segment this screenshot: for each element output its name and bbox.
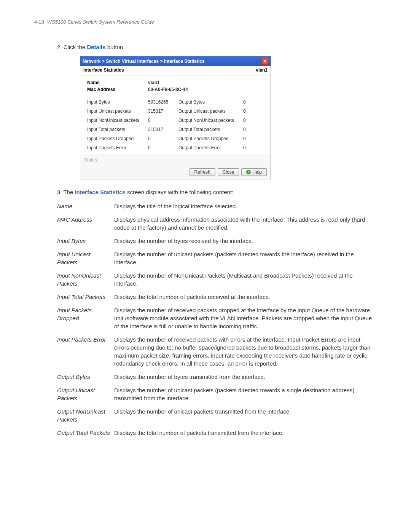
stat-output-value: 0 <box>243 118 258 123</box>
stat-input-value: 0 <box>148 145 178 150</box>
doc-title: WS5100 Series Switch System Reference Gu… <box>47 19 154 25</box>
stat-input-label: Input Bytes <box>87 99 148 105</box>
stat-output-value: 0 <box>243 136 258 141</box>
stat-output-label: Output Unicast packets <box>178 109 243 114</box>
stats-grid: Input Bytes59316265Output Bytes0Input Un… <box>87 97 264 152</box>
stat-input-value: 59316265 <box>148 99 178 105</box>
definition-description: Displays the number of bytes transmitted… <box>114 373 377 381</box>
definition-row: Input Total PacketsDisplays the total nu… <box>57 293 377 301</box>
stat-output-value: 0 <box>243 99 258 105</box>
definition-row: Output BytesDisplays the number of bytes… <box>57 373 377 381</box>
page-number: 4-18 <box>34 19 44 25</box>
stats-row: Input Packets Dropped0Output Packets Dro… <box>87 134 264 143</box>
stat-output-value: 0 <box>243 127 258 132</box>
details-keyword: Details <box>87 44 105 50</box>
dialog-subheader: Interface Statistics vlan1 <box>80 66 271 75</box>
definition-description: Displays the title of the logical interf… <box>114 202 377 210</box>
definition-row: Input NonUnicast PacketsDisplays the num… <box>57 272 377 288</box>
stat-input-label: Input Packets Error <box>87 145 148 150</box>
close-icon[interactable]: × <box>261 58 268 65</box>
step-2: 2. Click the Details button. <box>57 44 377 50</box>
mac-label: Mac Address <box>87 87 148 92</box>
definition-row: Input BytesDisplays the number of bytes … <box>57 237 377 245</box>
definition-row: MAC AddressDisplays physical address inf… <box>57 216 377 232</box>
definition-row: Output Total PacketsDisplays the total n… <box>57 429 377 437</box>
definition-term: Name <box>57 202 114 210</box>
step-3: 3. The Interface Statistics screen displ… <box>57 189 377 195</box>
stat-input-label: Input Total packets <box>87 127 148 132</box>
stat-output-value: 0 <box>243 145 258 150</box>
name-label: Name <box>87 80 148 85</box>
definition-row: Output NonUnicast PacketsDisplays the nu… <box>57 407 377 423</box>
definition-term: Input Unicast Packets <box>57 250 114 266</box>
stat-output-label: Output NonUnicast packets <box>178 118 243 123</box>
definition-term: Input Packets Error <box>57 335 114 367</box>
stat-input-label: Input NonUnicast packets <box>87 118 148 123</box>
definition-description: Displays the number of unicast packets t… <box>114 407 377 423</box>
page-header: 4-18 WS5100 Series Switch System Referen… <box>34 19 377 25</box>
stat-input-label: Input Unicast packets <box>87 109 148 114</box>
stat-input-label: Input Packets Dropped <box>87 136 148 141</box>
stat-output-label: Output Packets Dropped <box>178 136 243 141</box>
mac-value: 00-A0-F8-65-8C-44 <box>148 87 188 92</box>
stat-output-label: Output Bytes <box>178 99 243 105</box>
stat-input-value: 315317 <box>148 109 178 114</box>
help-icon: ? <box>246 170 251 174</box>
definition-term: Output Bytes <box>57 373 114 381</box>
definition-term: Output Total Packets <box>57 429 114 437</box>
definition-row: Input Packets ErrorDisplays the number o… <box>57 335 377 367</box>
name-value: vlan1 <box>148 80 160 85</box>
definition-term: Input Total Packets <box>57 293 114 301</box>
interface-statistics-keyword: Interface Statistics <box>75 189 125 195</box>
stats-row: Input Packets Error0Output Packets Error… <box>87 143 264 152</box>
definition-term: Output NonUnicast Packets <box>57 407 114 423</box>
stat-input-value: 0 <box>148 136 178 141</box>
definition-description: Displays the total number of packets tra… <box>114 429 377 437</box>
status-bar: Status: <box>80 155 271 165</box>
definition-row: Input Unicast PacketsDisplays the number… <box>57 250 377 266</box>
stat-input-value: 0 <box>148 118 178 123</box>
definition-description: Displays the number of unicast packets (… <box>114 250 377 266</box>
definition-description: Displays physical address information as… <box>114 216 377 232</box>
dialog-breadcrumb: Network > Switch Virtual Interfaces > In… <box>83 59 205 64</box>
help-button[interactable]: ? Help <box>241 168 267 176</box>
definition-row: NameDisplays the title of the logical in… <box>57 202 377 210</box>
definition-description: Displays the number of unicast packets (… <box>114 386 377 402</box>
definition-description: Displays the number of NonUnicast Packet… <box>114 272 377 288</box>
definition-row: Output Unicast PacketsDisplays the numbe… <box>57 386 377 402</box>
definition-term: Input NonUnicast Packets <box>57 272 114 288</box>
definition-description: Displays the total number of packets rec… <box>114 293 377 301</box>
interface-statistics-dialog: Network > Switch Virtual Interfaces > In… <box>80 56 271 179</box>
definition-term: Output Unicast Packets <box>57 386 114 402</box>
definition-description: Displays the number of bytes received by… <box>114 237 377 245</box>
definition-term: Input Packets Dropped <box>57 306 114 330</box>
refresh-button[interactable]: Refresh <box>190 168 215 176</box>
stats-row: Input Total packets315317Output Total pa… <box>87 125 264 134</box>
close-button[interactable]: Close <box>218 168 239 176</box>
subheader-title: Interface Statistics <box>83 67 124 73</box>
button-bar: Refresh Close ? Help <box>80 165 271 179</box>
stats-row: Input NonUnicast packets0Output NonUnica… <box>87 116 264 125</box>
dialog-title-bar: Network > Switch Virtual Interfaces > In… <box>80 56 271 66</box>
definitions-table: NameDisplays the title of the logical in… <box>57 202 377 437</box>
stat-output-label: Output Total packets <box>178 127 243 132</box>
definition-description: Displays the number of received packets … <box>114 306 377 330</box>
subheader-vlan: vlan1 <box>256 67 268 73</box>
stat-output-value: 0 <box>243 109 258 114</box>
stat-input-value: 315317 <box>148 127 178 132</box>
stats-row: Input Bytes59316265Output Bytes0 <box>87 97 264 107</box>
definition-row: Input Packets DroppedDisplays the number… <box>57 306 377 330</box>
definition-term: MAC Address <box>57 216 114 232</box>
stat-output-label: Output Packets Error <box>178 145 243 150</box>
stats-row: Input Unicast packets315317Output Unicas… <box>87 107 264 116</box>
definition-description: Displays the number of received packets … <box>114 335 377 367</box>
definition-term: Input Bytes <box>57 237 114 245</box>
